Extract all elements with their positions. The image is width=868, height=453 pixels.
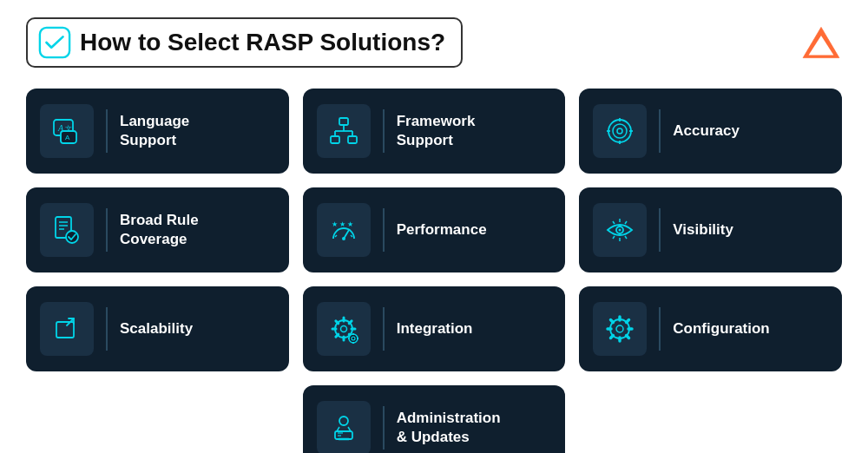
svg-point-27 [66, 231, 78, 243]
framework-icon-box [317, 104, 371, 158]
svg-point-71 [339, 417, 348, 425]
card-accuracy: Accuracy [579, 89, 842, 174]
language-icon-box: A 文 A [40, 104, 94, 158]
performance-icon-box: ★ ★ ★ [317, 203, 371, 257]
visibility-icon-box [593, 203, 647, 257]
svg-rect-43 [56, 322, 74, 338]
page-header: How to Select RASP Solutions? [26, 17, 842, 68]
card-grid-row3: Scalability [26, 286, 842, 371]
divider [106, 307, 108, 351]
visibility-icon [604, 214, 635, 246]
performance-label: Performance [397, 220, 487, 240]
divider [383, 208, 385, 252]
divider [383, 307, 385, 351]
rule-icon-box [40, 203, 94, 257]
svg-line-34 [351, 235, 352, 237]
configuration-icon-box [593, 302, 647, 356]
svg-text:★: ★ [347, 220, 353, 228]
svg-line-69 [627, 320, 629, 323]
svg-text:A: A [65, 134, 70, 141]
svg-line-53 [349, 321, 352, 324]
card-grid-row2: Broad RuleCoverage ★ ★ ★ Performance [26, 187, 842, 272]
card-framework-support: FrameworkSupport [303, 89, 566, 174]
accuracy-label: Accuracy [673, 121, 740, 141]
svg-point-36 [619, 229, 621, 232]
svg-line-39 [625, 221, 627, 224]
administration-updates-label: Administration& Updates [397, 409, 501, 447]
language-support-label: LanguageSupport [120, 112, 189, 150]
performance-icon: ★ ★ ★ [328, 214, 359, 246]
svg-text:★: ★ [332, 220, 338, 228]
svg-text:★: ★ [339, 220, 345, 228]
svg-line-51 [336, 321, 339, 324]
scalability-label: Scalability [120, 319, 193, 338]
language-icon: A 文 A [51, 115, 82, 147]
svg-line-70 [611, 336, 614, 338]
framework-support-label: FrameworkSupport [397, 112, 476, 150]
card-performance: ★ ★ ★ Performance [303, 187, 566, 272]
svg-line-68 [627, 336, 629, 338]
divider [383, 109, 385, 153]
card-grid-row4: Administration& Updates [26, 385, 842, 453]
divider [106, 208, 108, 252]
svg-point-16 [608, 120, 631, 142]
administration-icon-box [317, 401, 371, 453]
svg-rect-0 [40, 28, 69, 57]
logo-triangle-icon [800, 24, 842, 61]
svg-point-46 [340, 326, 346, 332]
card-configuration: Configuration [579, 286, 842, 371]
framework-icon [328, 115, 359, 147]
divider [106, 109, 108, 153]
card-language-support: A 文 A LanguageSupport [26, 89, 289, 174]
scalability-icon-box [40, 302, 94, 356]
broad-rule-coverage-label: Broad RuleCoverage [120, 211, 199, 249]
svg-point-18 [617, 128, 622, 134]
administration-icon [328, 412, 359, 443]
svg-point-62 [616, 325, 623, 332]
card-scalability: Scalability [26, 286, 289, 371]
divider [659, 307, 661, 351]
svg-rect-9 [339, 118, 348, 125]
svg-line-54 [336, 334, 339, 337]
card-grid-row1: A 文 A LanguageSupport FrameworkSupport [26, 89, 842, 174]
visibility-label: Visibility [673, 220, 733, 240]
svg-line-38 [613, 221, 615, 224]
card-visibility: Visibility [579, 187, 842, 272]
svg-line-33 [335, 235, 337, 237]
svg-point-17 [613, 124, 627, 138]
integration-label: Integration [397, 319, 473, 338]
integration-icon [328, 313, 359, 345]
configuration-icon [604, 313, 635, 345]
page-title: How to Select RASP Solutions? [80, 29, 445, 56]
svg-line-67 [611, 320, 614, 323]
divider [383, 406, 385, 450]
check-icon [38, 26, 71, 59]
svg-line-41 [613, 236, 615, 239]
card-broad-rule-coverage: Broad RuleCoverage [26, 187, 289, 272]
divider [659, 109, 661, 153]
rule-icon [51, 214, 82, 246]
card-integration: Integration [303, 286, 566, 371]
svg-rect-11 [348, 136, 357, 143]
divider [659, 208, 661, 252]
configuration-label: Configuration [673, 319, 769, 338]
accuracy-icon [604, 115, 635, 147]
svg-rect-10 [331, 136, 339, 143]
svg-point-32 [342, 237, 345, 240]
scalability-icon [51, 313, 82, 345]
integration-icon-box [317, 302, 371, 356]
title-box: How to Select RASP Solutions? [26, 17, 463, 68]
card-administration-updates: Administration& Updates [303, 385, 566, 453]
svg-line-42 [625, 236, 627, 239]
accuracy-icon-box [593, 104, 647, 158]
svg-point-55 [349, 334, 358, 343]
